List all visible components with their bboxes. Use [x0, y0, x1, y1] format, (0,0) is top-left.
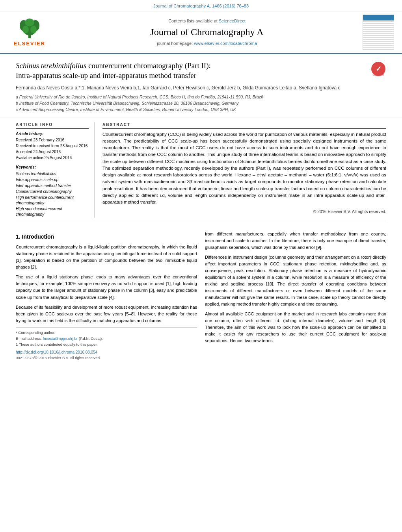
- available-date: Available online 25 August 2016: [16, 155, 89, 161]
- svg-text:✓: ✓: [376, 65, 382, 73]
- affiliations: a Federal University of Rio de Janeiro, …: [16, 94, 386, 113]
- received-revised-date: Received in revised form 23 August 2016: [16, 143, 89, 149]
- cover-stripe: [363, 15, 394, 20]
- contents-available: Contents lists available at ScienceDirec…: [51, 18, 363, 24]
- abstract-header: ABSTRACT: [102, 122, 386, 129]
- accepted-date: Accepted 24 August 2016: [16, 149, 89, 155]
- authors: Fernanda das Neves Costa a,*,1, Mariana …: [16, 85, 386, 91]
- keyword-3: Inter-apparatus method transfer: [16, 183, 89, 189]
- keywords-label: Keywords:: [16, 165, 89, 170]
- article-info-column: ARTICLE INFO Article history: Received 2…: [16, 122, 95, 218]
- svg-point-4: [25, 19, 34, 26]
- separator: [16, 221, 386, 221]
- body-para-1: Countercurrent chromatography is a liqui…: [16, 244, 197, 271]
- elsevier-tree-icon: [18, 18, 41, 39]
- article-title-area: Schinus terebinthifolius countercurrent …: [16, 61, 386, 80]
- email-name: (F.d.N. Costa).: [79, 336, 103, 341]
- body-para-2: The use of a liquid stationary phase lea…: [16, 274, 197, 300]
- article-title-italic: Schinus terebinthifolius: [16, 61, 86, 70]
- keyword-6: High speed countercurrent chromatography: [16, 206, 89, 217]
- page-wrapper: Journal of Chromatography A, 1466 (2016)…: [0, 0, 402, 532]
- footnote-area: * Corresponding author. E-mail address: …: [16, 327, 197, 347]
- affiliation-a: a Federal University of Rio de Janeiro, …: [16, 94, 386, 100]
- right-para-1: from different manufacturers, especially…: [205, 231, 386, 251]
- article-history: Article history: Received 23 February 20…: [16, 131, 89, 161]
- article-header: Schinus terebinthifolius countercurrent …: [0, 54, 402, 117]
- elsevier-logo: ELSEVIER: [8, 18, 51, 47]
- body-right-column: from different manufacturers, especially…: [205, 231, 386, 360]
- homepage-link[interactable]: www.elsevier.com/locate/chroma: [194, 41, 257, 46]
- email-label: E-mail address:: [16, 336, 42, 341]
- right-para-2: Differences in instrument design (column…: [205, 254, 386, 308]
- journal-top-bar: Journal of Chromatography A, 1466 (2016)…: [0, 0, 402, 11]
- issn-line: 0021-9673/© 2016 Elsevier B.V. All right…: [16, 355, 197, 360]
- keyword-2: Intra-apparatus scale-up: [16, 177, 89, 183]
- article-title-plain: countercurrent chromatography (Part II):: [86, 61, 210, 70]
- email-link[interactable]: fncosta@nppn.ufrj.br: [43, 336, 78, 341]
- svg-point-5: [22, 26, 29, 33]
- affiliation-b: b Institute of Food Chemistry, Technisch…: [16, 100, 386, 107]
- right-para-3: Almost all available CCC equipment on th…: [205, 311, 386, 344]
- email-footnote: E-mail address: fncosta@nppn.ufrj.br (F.…: [16, 336, 197, 341]
- corresponding-author: * Corresponding author.: [16, 330, 197, 335]
- keyword-1: Schinus terebinthifolius: [16, 171, 89, 177]
- copyright-line: © 2016 Elsevier B.V. All rights reserved…: [102, 209, 386, 215]
- received-date: Received 23 February 2016: [16, 137, 89, 143]
- journal-homepage: journal homepage: www.elsevier.com/locat…: [51, 41, 363, 46]
- keyword-5: High performance countercurrent chromato…: [16, 195, 89, 206]
- article-info-header: ARTICLE INFO: [16, 122, 89, 129]
- body-left-column: 1. Introduction Countercurrent chromatog…: [16, 231, 197, 360]
- journal-center: Contents lists available at ScienceDirec…: [51, 18, 363, 46]
- keyword-4: Countercurrent chromatography: [16, 189, 89, 195]
- journal-title-header: Journal of Chromatography A: [51, 26, 363, 39]
- abstract-column: ABSTRACT Countercurrent chromatography (…: [102, 122, 386, 218]
- elsevier-text: ELSEVIER: [14, 40, 45, 47]
- svg-text:CrossMark: CrossMark: [372, 74, 384, 76]
- main-body: 1. Introduction Countercurrent chromatog…: [0, 224, 402, 364]
- doi-line: http://dx.doi.org/10.1016/j.chroma.2016.…: [16, 350, 197, 355]
- header-area: ELSEVIER Contents lists available at Sci…: [0, 11, 402, 54]
- journal-cover-image: [363, 15, 394, 50]
- section1-title: 1. Introduction: [16, 233, 197, 241]
- svg-point-6: [30, 26, 37, 33]
- abstract-text: Countercurrent chromatography (CCC) is b…: [102, 131, 386, 206]
- article-title: Schinus terebinthifolius countercurrent …: [16, 61, 370, 80]
- cover-lines: [363, 21, 394, 50]
- affiliation-c: c Advanced Bioprocessing Centre, Institu…: [16, 107, 386, 113]
- body-para-3: Because of its feasibility and developme…: [16, 304, 197, 324]
- history-label: Article history:: [16, 131, 89, 137]
- doi-link[interactable]: http://dx.doi.org/10.1016/j.chroma.2016.…: [16, 350, 97, 354]
- keywords-block: Keywords: Schinus terebinthifolius Intra…: [16, 165, 89, 217]
- article-info-abstract-section: ARTICLE INFO Article history: Received 2…: [0, 117, 402, 218]
- article-title-line2: Intra-apparatus scale-up and inter-appar…: [16, 71, 196, 80]
- journal-citation: Journal of Chromatography A, 1466 (2016)…: [153, 4, 249, 8]
- crossmark-badge-icon: ✓ CrossMark: [370, 61, 386, 77]
- sciencedirect-link[interactable]: ScienceDirect: [219, 19, 246, 23]
- equal-contribution-note: 1 These authors contributed equally to t…: [16, 342, 197, 347]
